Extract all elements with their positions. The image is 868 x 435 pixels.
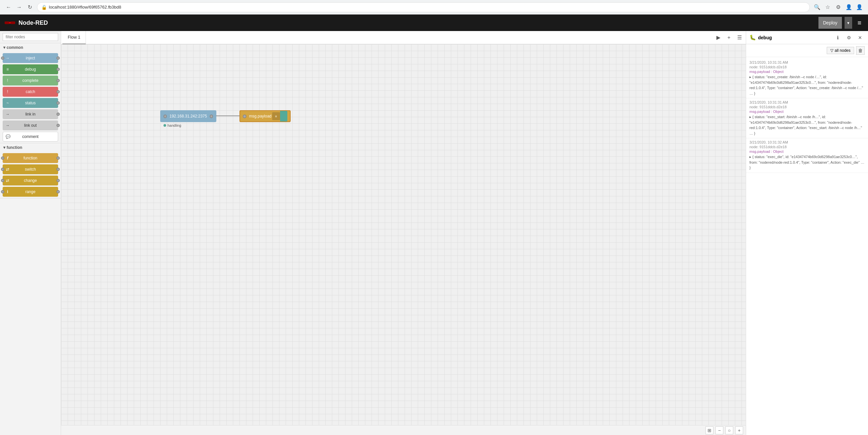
- reload-button[interactable]: ↻: [25, 3, 34, 12]
- svg-rect-0: [5, 22, 9, 24]
- back-button[interactable]: ←: [4, 3, 13, 12]
- status-dot-icon: [163, 124, 166, 127]
- complete-icon: !: [5, 77, 10, 83]
- account-button[interactable]: 👤: [855, 3, 864, 12]
- inject-icon: →: [5, 55, 10, 61]
- node-function[interactable]: f function: [3, 153, 58, 163]
- node-status-label: status: [25, 101, 36, 105]
- debug-port-left: [243, 114, 246, 118]
- map-button[interactable]: ⊞: [706, 427, 713, 434]
- catch-port-right: [57, 90, 60, 93]
- canvas-node-tcp-in[interactable]: 192.168.31.242:2375: [160, 110, 216, 122]
- debug-message-2: 3/21/2020, 10:31:31 AM node: 9151ddcb.d2…: [746, 98, 868, 138]
- msg-3-content[interactable]: ▸ { status: "exec_die", id: "e14347474b6…: [749, 154, 865, 171]
- node-catch-label: catch: [26, 90, 35, 94]
- zoom-in-button[interactable]: +: [735, 427, 743, 434]
- node-function-label: function: [24, 156, 37, 160]
- debug-close-button[interactable]: ✕: [856, 33, 865, 42]
- node-link-out[interactable]: → link out: [3, 121, 58, 130]
- debug-toolbar: ▽ all nodes 🗑: [746, 44, 868, 57]
- main-layout: ▾ common → inject ≡ debug ! complete: [0, 31, 868, 435]
- profile-button[interactable]: 👤: [844, 3, 854, 12]
- node-link-in-label: link in: [25, 112, 36, 116]
- node-change-label: change: [24, 178, 37, 183]
- msg-2-content[interactable]: ▸ { status: "exec_start: /bin/sh –c node…: [749, 114, 865, 136]
- nodered-logo-icon: [4, 17, 16, 29]
- node-comment[interactable]: 💬 comment: [3, 132, 58, 142]
- debug-icon: ≡: [5, 66, 10, 72]
- tab-bar: Flow 1 ▶ + ☰: [61, 31, 746, 44]
- zoom-button[interactable]: 🔍: [812, 3, 822, 12]
- zoom-fit-button[interactable]: ○: [725, 427, 733, 434]
- url-display: localhost:1880/#flow/69f65762.fb3bd8: [49, 5, 121, 9]
- deploy-arrow-button[interactable]: ▾: [844, 17, 852, 29]
- debug-settings-button[interactable]: ⚙: [844, 33, 854, 42]
- run-button[interactable]: ▶: [713, 33, 723, 42]
- node-range[interactable]: i range: [3, 187, 58, 197]
- browser-nav: ← → ↻: [4, 3, 34, 12]
- category-common-items: → inject ≡ debug ! complete ! catch: [0, 52, 61, 143]
- tcp-port-right: [210, 114, 213, 118]
- node-status-indicator: handling: [163, 124, 181, 127]
- tab-flow1[interactable]: Flow 1: [62, 31, 86, 44]
- node-debug[interactable]: ≡ debug: [3, 64, 58, 74]
- deploy-button[interactable]: Deploy: [818, 17, 842, 29]
- node-complete[interactable]: ! complete: [3, 75, 58, 86]
- link-out-icon: →: [5, 123, 10, 128]
- browser-bar: ← → ↻ 🔒 localhost:1880/#flow/69f65762.fb…: [0, 0, 868, 14]
- canvas-node-debug-out[interactable]: msg.payload ≡: [240, 110, 291, 122]
- zoom-out-button[interactable]: −: [715, 427, 723, 434]
- node-switch[interactable]: ⇄ switch: [3, 164, 58, 174]
- node-link-in[interactable]: → link in: [3, 109, 58, 119]
- category-function-header[interactable]: ▾ function: [0, 143, 61, 152]
- category-common-header[interactable]: ▾ common: [0, 43, 61, 52]
- msg-1-type: msg.payload : Object: [749, 70, 865, 74]
- add-tab-button[interactable]: +: [724, 33, 734, 42]
- node-comment-label: comment: [22, 134, 38, 139]
- flow-canvas[interactable]: 192.168.31.242:2375 handling msg.payload…: [61, 44, 746, 425]
- change-port-right: [57, 179, 60, 182]
- category-common-label: common: [7, 45, 23, 50]
- clear-messages-button[interactable]: 🗑: [856, 46, 865, 55]
- app-bar-right: Deploy ▾ ≡: [818, 17, 864, 29]
- svg-point-3: [9, 22, 11, 24]
- msg-1-header: 3/21/2020, 10:31:31 AM: [749, 60, 865, 64]
- node-inject[interactable]: → inject: [3, 53, 58, 63]
- debug-node-menu[interactable]: ≡: [272, 112, 280, 120]
- node-status[interactable]: ~ status: [3, 98, 58, 108]
- extensions-button[interactable]: ⚙: [834, 3, 843, 12]
- inject-port-right: [57, 57, 60, 60]
- filter-nodes-button[interactable]: ▽ all nodes: [827, 47, 854, 54]
- sidebar-search-container: [0, 31, 61, 43]
- change-icon: ⇄: [5, 177, 10, 183]
- tab-menu-button[interactable]: ☰: [735, 33, 744, 42]
- msg-1-content[interactable]: ▸ { status: "exec_create: /bin/sh –c nod…: [749, 74, 865, 96]
- function-port-left: [1, 157, 4, 160]
- hamburger-button[interactable]: ≡: [855, 18, 864, 28]
- link-in-icon: →: [5, 111, 10, 117]
- node-range-label: range: [25, 190, 36, 194]
- debug-info-button[interactable]: ℹ: [833, 33, 842, 42]
- chevron-down-icon-2: ▾: [3, 145, 5, 150]
- app-logo: Node-RED: [4, 17, 48, 29]
- node-change[interactable]: ⇄ change: [3, 176, 58, 186]
- svg-rect-1: [10, 22, 15, 24]
- debug-node-label: msg.payload: [248, 114, 272, 119]
- tcp-port-left: [163, 114, 167, 118]
- node-catch[interactable]: ! catch: [3, 87, 58, 97]
- node-switch-label: switch: [25, 167, 36, 172]
- search-input[interactable]: [3, 33, 58, 41]
- msg-3-type: msg.payload : Object: [749, 149, 865, 154]
- msg-2-header: 3/21/2020, 10:31:31 AM: [749, 100, 865, 104]
- debug-messages: 3/21/2020, 10:31:31 AM node: 9151ddcb.d2…: [746, 57, 868, 435]
- function-port-right: [57, 157, 60, 160]
- change-port-left: [1, 179, 4, 182]
- node-status-text: handling: [167, 124, 181, 127]
- node-inject-label: inject: [26, 56, 35, 60]
- debug-message-1: 3/21/2020, 10:31:31 AM node: 9151ddcb.d2…: [746, 59, 868, 98]
- bookmark-button[interactable]: ☆: [823, 3, 832, 12]
- address-bar[interactable]: 🔒 localhost:1880/#flow/69f65762.fb3bd8: [37, 2, 810, 12]
- forward-button[interactable]: →: [14, 3, 24, 12]
- debug-node-green[interactable]: [280, 111, 287, 122]
- category-common: ▾ common → inject ≡ debug ! complete: [0, 43, 61, 143]
